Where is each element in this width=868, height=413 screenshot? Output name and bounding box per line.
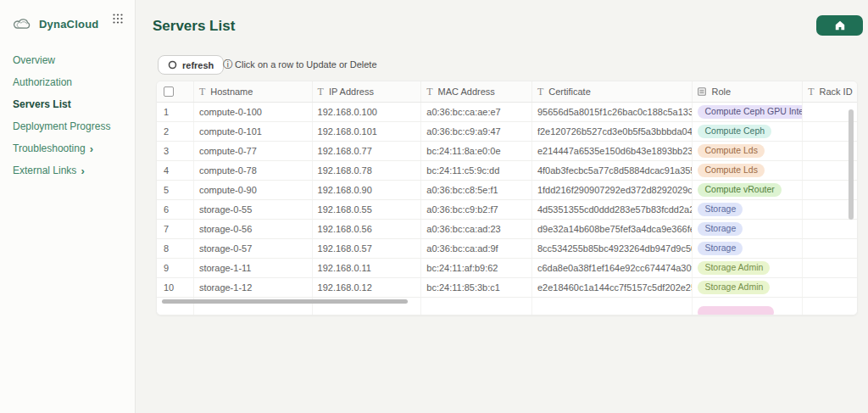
cell-hostname: storage-1-12	[194, 278, 313, 297]
header-label: Rack ID	[819, 87, 852, 97]
cell-rack-id	[803, 220, 857, 238]
cell-role: Compute vRouter	[693, 181, 803, 199]
cell-index: 9	[157, 259, 194, 277]
cell-certificate: 4d5351355cd0ddd283e57b83fcdd2a2c	[532, 200, 693, 219]
sidebar-item-label: Overview	[13, 54, 55, 66]
table-header-row: T Hostname T IP Address T MAC Address T …	[157, 81, 857, 103]
header-label: Certificate	[548, 87, 591, 97]
table-row[interactable]: 2 compute-0-101 192.168.0.101 a0:36:bc:c…	[157, 122, 857, 142]
role-badge: Storage	[698, 242, 743, 256]
cell-role: Compute Ceph	[693, 122, 803, 141]
cell-ip: 192.168.0.57	[313, 239, 422, 258]
sidebar-item-label: Servers List	[13, 98, 71, 110]
cell-certificate: e2e18460c1a144cc7f5157c5df202e25	[532, 278, 693, 297]
chevron-right-icon: ›	[81, 165, 84, 176]
list-filter-icon[interactable]	[698, 87, 706, 96]
header-select-all[interactable]	[157, 81, 194, 102]
text-filter-icon[interactable]: T	[808, 86, 814, 98]
table-row[interactable]: 3 compute-0-77 192.168.0.77 bc:24:11:8a:…	[157, 142, 857, 161]
cell-mac: bc:24:11:af:b9:62	[421, 259, 532, 277]
sidebar-item-authorization[interactable]: Authorization	[0, 71, 135, 93]
cell-certificate: c6da8e0a38f1ef164e92cc674474a30f	[532, 259, 693, 277]
role-badge: Compute Lds	[698, 164, 764, 178]
cell-role: Storage	[693, 220, 803, 238]
text-filter-icon[interactable]: T	[426, 86, 432, 98]
cell-ip: 192.168.0.100	[313, 103, 422, 121]
cell-index: 8	[157, 239, 194, 258]
text-filter-icon[interactable]: T	[199, 86, 205, 98]
cell-index: 4	[157, 161, 194, 180]
header-label: MAC Address	[438, 87, 495, 97]
text-filter-icon[interactable]: T	[537, 86, 543, 98]
cell-ip: 192.168.0.90	[313, 181, 422, 199]
horizontal-scrollbar-thumb[interactable]	[162, 299, 408, 304]
table-body: 1 compute-0-100 192.168.0.100 a0:36:bc:c…	[157, 103, 857, 298]
table-row[interactable]: 10 storage-1-12 192.168.0.12 bc:24:11:85…	[157, 278, 857, 298]
sidebar-item-overview[interactable]: Overview	[0, 49, 135, 71]
cell-hostname: compute-0-90	[194, 181, 313, 199]
cell-mac: a0:36:bc:c8:5e:f1	[421, 181, 532, 199]
sidebar-item-servers-list[interactable]: Servers List	[0, 93, 135, 115]
table-row[interactable]: 8 storage-0-57 192.168.0.57 a0:36:bc:ca:…	[157, 239, 857, 259]
cell-mac: a0:36:bc:ca:ad:9f	[421, 239, 532, 258]
cell-role: Storage	[693, 239, 803, 258]
header-rack-id[interactable]: T Rack ID	[803, 81, 857, 102]
sidebar-item-external-links[interactable]: External Links›	[0, 159, 135, 181]
cell-ip: 192.168.0.78	[313, 161, 422, 180]
cell-mac: a0:36:bc:c9:a9:47	[421, 122, 532, 141]
cell-mac: bc:24:11:85:3b:c1	[421, 278, 532, 297]
table-hint: ⓘ Click on a row to Update or Delete	[223, 59, 377, 70]
sidebar-item-label: Authorization	[13, 76, 72, 88]
cell-certificate: f2e120726b527cd3e0b5f5a3bbbda041	[532, 122, 693, 141]
refresh-button[interactable]: refresh	[158, 55, 224, 75]
header-label: Role	[711, 87, 731, 97]
cell-role: Compute Lds	[693, 142, 803, 160]
cell-index: 3	[157, 142, 194, 160]
table-row[interactable]: 1 compute-0-100 192.168.0.100 a0:36:bc:c…	[157, 103, 857, 122]
table-hint-text: Click on a row to Update or Delete	[235, 59, 377, 70]
header-ip-address[interactable]: T IP Address	[313, 81, 422, 102]
sidebar: DynaCloud Overview Authorization Servers…	[0, 0, 136, 413]
cell-certificate: 8cc534255b85bc4923264db947d9c50b	[532, 239, 693, 258]
cell-hostname: storage-1-11	[194, 259, 313, 277]
role-badge: Compute Lds	[698, 144, 764, 159]
cell-certificate: e214447a6535e150d6b43e1893bb2309	[532, 142, 693, 160]
cell-index: 6	[157, 200, 194, 219]
header-label: Hostname	[210, 87, 253, 97]
table-row[interactable]: 5 compute-0-90 192.168.0.90 a0:36:bc:c8:…	[157, 181, 857, 200]
cell-role: Compute Lds	[693, 161, 803, 180]
sidebar-item-label: Troubleshooting	[13, 142, 86, 154]
cell-index: 7	[157, 220, 194, 238]
header-certificate[interactable]: T Certificate	[532, 81, 693, 102]
sidebar-item-troubleshooting[interactable]: Troubleshooting›	[0, 137, 135, 159]
role-badge: Compute vRouter	[698, 183, 781, 198]
cell-mac: bc:24:11:8a:e0:0e	[421, 142, 532, 160]
table-row[interactable]: 6 storage-0-55 192.168.0.55 a0:36:bc:c9:…	[157, 200, 857, 220]
header-hostname[interactable]: T Hostname	[194, 81, 313, 102]
cell-role: Storage	[693, 200, 803, 219]
sidebar-item-label: Deployment Progress	[13, 120, 110, 132]
cell-hostname: compute-0-101	[194, 122, 313, 141]
role-badge: Storage Admin	[698, 261, 770, 276]
cell-ip: 192.168.0.11	[313, 259, 422, 277]
cell-certificate: 4f0ab3fecbc5a77c8d5884dcac91a355	[532, 161, 693, 180]
refresh-button-label: refresh	[182, 60, 214, 70]
cell-mac	[421, 298, 532, 315]
table-row[interactable]: 9 storage-1-11 192.168.0.11 bc:24:11:af:…	[157, 259, 857, 278]
cloud-logo-icon	[12, 17, 32, 31]
cell-hostname: compute-0-100	[194, 103, 313, 121]
text-filter-icon[interactable]: T	[318, 86, 324, 98]
cell-index: 5	[157, 181, 194, 199]
table-row[interactable]: 7 storage-0-56 192.168.0.56 a0:36:bc:ca:…	[157, 220, 857, 239]
cell-certificate: d9e32a14b608be75fef3a4dca9e366fe	[532, 220, 693, 238]
cell-ip: 192.168.0.12	[313, 278, 422, 297]
cell-rack-id	[803, 298, 857, 315]
header-role[interactable]: Role	[693, 81, 803, 102]
table-row[interactable]: 4 compute-0-78 192.168.0.78 bc:24:11:c5:…	[157, 161, 857, 181]
home-button[interactable]	[816, 15, 863, 36]
vertical-scrollbar-thumb[interactable]	[849, 109, 854, 220]
grid-apps-icon[interactable]	[113, 14, 123, 24]
select-all-checkbox[interactable]	[164, 87, 174, 97]
header-mac-address[interactable]: T MAC Address	[421, 81, 532, 102]
sidebar-item-deployment-progress[interactable]: Deployment Progress	[0, 115, 135, 137]
